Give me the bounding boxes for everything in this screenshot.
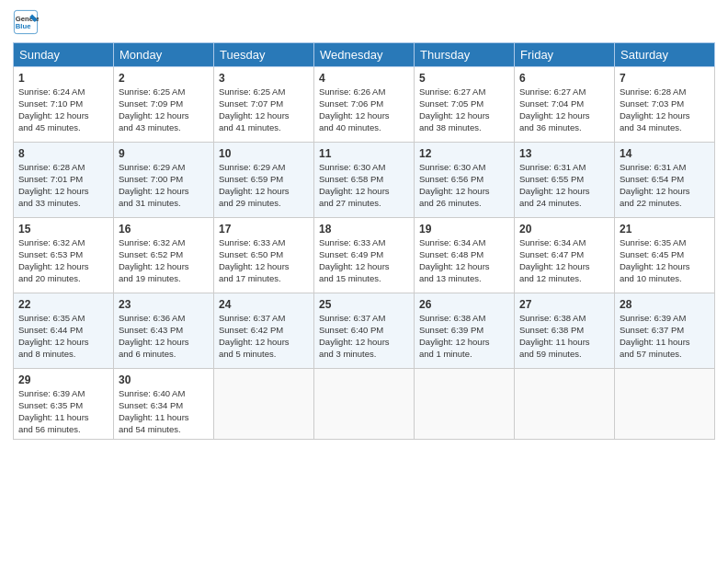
col-header-monday: Monday <box>114 43 214 67</box>
header: General Blue <box>13 9 715 35</box>
col-header-sunday: Sunday <box>14 43 114 67</box>
day-number: 6 <box>519 71 609 86</box>
day-number: 11 <box>319 146 409 161</box>
day-number: 26 <box>419 297 509 312</box>
calendar-cell: 25Sunrise: 6:37 AM Sunset: 6:40 PM Dayli… <box>314 293 415 369</box>
day-detail: Sunrise: 6:33 AM Sunset: 6:50 PM Dayligh… <box>219 237 309 284</box>
day-detail: Sunrise: 6:27 AM Sunset: 7:05 PM Dayligh… <box>419 86 509 133</box>
calendar-cell: 26Sunrise: 6:38 AM Sunset: 6:39 PM Dayli… <box>415 293 515 369</box>
day-number: 23 <box>119 297 209 312</box>
day-number: 25 <box>319 297 409 312</box>
calendar-cell <box>515 369 615 440</box>
day-detail: Sunrise: 6:36 AM Sunset: 6:43 PM Dayligh… <box>119 313 209 360</box>
day-number: 12 <box>419 146 509 161</box>
day-number: 29 <box>18 373 108 387</box>
logo-icon: General Blue <box>13 9 39 35</box>
day-detail: Sunrise: 6:33 AM Sunset: 6:49 PM Dayligh… <box>319 237 409 284</box>
day-detail: Sunrise: 6:28 AM Sunset: 7:01 PM Dayligh… <box>18 162 108 209</box>
calendar-cell: 20Sunrise: 6:34 AM Sunset: 6:47 PM Dayli… <box>515 218 615 293</box>
day-number: 20 <box>519 222 609 236</box>
day-number: 1 <box>18 71 108 86</box>
calendar-cell: 8Sunrise: 6:28 AM Sunset: 7:01 PM Daylig… <box>14 143 114 218</box>
day-number: 14 <box>620 146 710 161</box>
calendar-cell: 16Sunrise: 6:32 AM Sunset: 6:52 PM Dayli… <box>114 218 214 293</box>
day-number: 24 <box>219 297 309 312</box>
logo: General Blue <box>13 9 42 35</box>
day-detail: Sunrise: 6:40 AM Sunset: 6:34 PM Dayligh… <box>119 388 209 435</box>
header-row: SundayMondayTuesdayWednesdayThursdayFrid… <box>14 43 715 67</box>
day-detail: Sunrise: 6:29 AM Sunset: 7:00 PM Dayligh… <box>119 162 209 209</box>
calendar-cell: 23Sunrise: 6:36 AM Sunset: 6:43 PM Dayli… <box>114 293 214 369</box>
calendar-cell: 17Sunrise: 6:33 AM Sunset: 6:50 PM Dayli… <box>214 218 314 293</box>
day-number: 15 <box>18 222 108 236</box>
day-number: 17 <box>219 222 309 236</box>
day-detail: Sunrise: 6:32 AM Sunset: 6:53 PM Dayligh… <box>18 237 108 284</box>
calendar-cell <box>615 369 715 440</box>
calendar-cell: 22Sunrise: 6:35 AM Sunset: 6:44 PM Dayli… <box>14 293 114 369</box>
day-detail: Sunrise: 6:34 AM Sunset: 6:48 PM Dayligh… <box>419 237 509 284</box>
day-detail: Sunrise: 6:25 AM Sunset: 7:07 PM Dayligh… <box>219 86 309 133</box>
day-number: 3 <box>219 71 309 86</box>
calendar-cell <box>314 369 415 440</box>
calendar-cell: 29Sunrise: 6:39 AM Sunset: 6:35 PM Dayli… <box>14 369 114 440</box>
calendar-table: SundayMondayTuesdayWednesdayThursdayFrid… <box>13 42 715 440</box>
day-detail: Sunrise: 6:24 AM Sunset: 7:10 PM Dayligh… <box>18 86 108 133</box>
day-detail: Sunrise: 6:39 AM Sunset: 6:35 PM Dayligh… <box>18 388 108 435</box>
day-number: 28 <box>620 297 710 312</box>
day-detail: Sunrise: 6:31 AM Sunset: 6:55 PM Dayligh… <box>519 162 609 209</box>
day-detail: Sunrise: 6:28 AM Sunset: 7:03 PM Dayligh… <box>620 86 710 133</box>
day-number: 27 <box>519 297 609 312</box>
col-header-tuesday: Tuesday <box>214 43 314 67</box>
calendar-cell: 6Sunrise: 6:27 AM Sunset: 7:04 PM Daylig… <box>515 67 615 143</box>
calendar-cell: 19Sunrise: 6:34 AM Sunset: 6:48 PM Dayli… <box>415 218 515 293</box>
day-detail: Sunrise: 6:38 AM Sunset: 6:39 PM Dayligh… <box>419 313 509 360</box>
day-detail: Sunrise: 6:29 AM Sunset: 6:59 PM Dayligh… <box>219 162 309 209</box>
calendar-cell: 18Sunrise: 6:33 AM Sunset: 6:49 PM Dayli… <box>314 218 415 293</box>
calendar-cell: 12Sunrise: 6:30 AM Sunset: 6:56 PM Dayli… <box>415 143 515 218</box>
calendar-cell: 7Sunrise: 6:28 AM Sunset: 7:03 PM Daylig… <box>615 67 715 143</box>
day-detail: Sunrise: 6:30 AM Sunset: 6:58 PM Dayligh… <box>319 162 409 209</box>
calendar-cell: 28Sunrise: 6:39 AM Sunset: 6:37 PM Dayli… <box>615 293 715 369</box>
day-number: 2 <box>119 71 209 86</box>
day-number: 18 <box>319 222 409 236</box>
calendar-cell: 15Sunrise: 6:32 AM Sunset: 6:53 PM Dayli… <box>14 218 114 293</box>
day-detail: Sunrise: 6:37 AM Sunset: 6:42 PM Dayligh… <box>219 313 309 360</box>
calendar-cell: 1Sunrise: 6:24 AM Sunset: 7:10 PM Daylig… <box>14 67 114 143</box>
day-detail: Sunrise: 6:32 AM Sunset: 6:52 PM Dayligh… <box>119 237 209 284</box>
day-detail: Sunrise: 6:38 AM Sunset: 6:38 PM Dayligh… <box>519 313 609 360</box>
main-container: General Blue SundayMondayTuesdayWednesda… <box>0 0 728 449</box>
day-detail: Sunrise: 6:35 AM Sunset: 6:44 PM Dayligh… <box>18 313 108 360</box>
calendar-cell: 21Sunrise: 6:35 AM Sunset: 6:45 PM Dayli… <box>615 218 715 293</box>
day-detail: Sunrise: 6:31 AM Sunset: 6:54 PM Dayligh… <box>620 162 710 209</box>
day-detail: Sunrise: 6:37 AM Sunset: 6:40 PM Dayligh… <box>319 313 409 360</box>
col-header-saturday: Saturday <box>615 43 715 67</box>
calendar-cell: 3Sunrise: 6:25 AM Sunset: 7:07 PM Daylig… <box>214 67 314 143</box>
calendar-cell: 2Sunrise: 6:25 AM Sunset: 7:09 PM Daylig… <box>114 67 214 143</box>
day-detail: Sunrise: 6:39 AM Sunset: 6:37 PM Dayligh… <box>620 313 710 360</box>
calendar-cell: 4Sunrise: 6:26 AM Sunset: 7:06 PM Daylig… <box>314 67 415 143</box>
calendar-cell: 30Sunrise: 6:40 AM Sunset: 6:34 PM Dayli… <box>114 369 214 440</box>
day-number: 19 <box>419 222 509 236</box>
day-number: 13 <box>519 146 609 161</box>
day-detail: Sunrise: 6:30 AM Sunset: 6:56 PM Dayligh… <box>419 162 509 209</box>
col-header-friday: Friday <box>515 43 615 67</box>
calendar-cell: 13Sunrise: 6:31 AM Sunset: 6:55 PM Dayli… <box>515 143 615 218</box>
calendar-cell <box>415 369 515 440</box>
col-header-wednesday: Wednesday <box>314 43 415 67</box>
calendar-cell: 5Sunrise: 6:27 AM Sunset: 7:05 PM Daylig… <box>415 67 515 143</box>
calendar-cell <box>214 369 314 440</box>
day-number: 21 <box>620 222 710 236</box>
day-number: 9 <box>119 146 209 161</box>
calendar-cell: 9Sunrise: 6:29 AM Sunset: 7:00 PM Daylig… <box>114 143 214 218</box>
calendar-cell: 14Sunrise: 6:31 AM Sunset: 6:54 PM Dayli… <box>615 143 715 218</box>
day-number: 16 <box>119 222 209 236</box>
col-header-thursday: Thursday <box>415 43 515 67</box>
calendar-cell: 24Sunrise: 6:37 AM Sunset: 6:42 PM Dayli… <box>214 293 314 369</box>
day-number: 30 <box>119 373 209 387</box>
calendar-cell: 11Sunrise: 6:30 AM Sunset: 6:58 PM Dayli… <box>314 143 415 218</box>
day-detail: Sunrise: 6:26 AM Sunset: 7:06 PM Dayligh… <box>319 86 409 133</box>
day-number: 22 <box>18 297 108 312</box>
day-detail: Sunrise: 6:35 AM Sunset: 6:45 PM Dayligh… <box>620 237 710 284</box>
day-detail: Sunrise: 6:25 AM Sunset: 7:09 PM Dayligh… <box>119 86 209 133</box>
day-number: 10 <box>219 146 309 161</box>
